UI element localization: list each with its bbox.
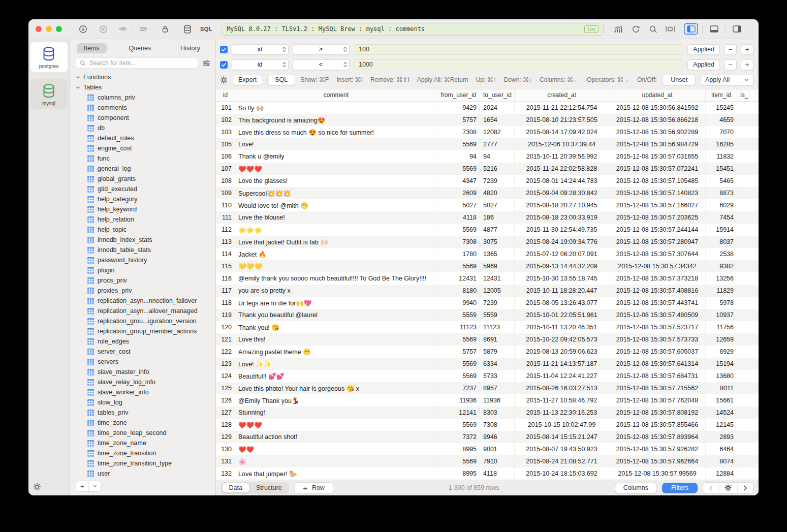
- sidebar-table-item[interactable]: slave_master_info: [76, 367, 210, 377]
- cell-to-user-id[interactable]: 8691: [480, 333, 515, 346]
- cell-to-user-id[interactable]: 11936: [480, 394, 515, 406]
- tab-data[interactable]: Data: [222, 483, 249, 493]
- cell-comment[interactable]: This background is amazing😍: [235, 114, 437, 126]
- previous-page-icon[interactable]: [703, 483, 718, 493]
- cell-from-user-id[interactable]: 9940: [437, 297, 480, 309]
- cell-is[interactable]: [737, 150, 759, 163]
- filters-button[interactable]: Filters: [662, 483, 698, 493]
- sidebar-table-item[interactable]: server_cost: [76, 347, 210, 357]
- cell-to-user-id[interactable]: 7308: [480, 419, 515, 431]
- cell-item-id[interactable]: 15451: [706, 163, 737, 175]
- cell-is[interactable]: [737, 114, 759, 126]
- cell-from-user-id[interactable]: 1780: [437, 248, 480, 260]
- cell-created-at[interactable]: 2015-07-12 06:20:07.091: [515, 248, 609, 260]
- cell-from-user-id[interactable]: 12141: [437, 406, 480, 419]
- tab-queries[interactable]: Queries: [121, 43, 158, 53]
- cell-created-at[interactable]: 2015-08-18 20:27:10.945: [515, 199, 609, 211]
- cell-id[interactable]: 126: [216, 394, 235, 406]
- cell-updated-at[interactable]: 2015-12-08 15:30:56.841592: [609, 102, 706, 114]
- cell-id[interactable]: 114: [216, 248, 235, 260]
- cell-id[interactable]: 116: [216, 272, 235, 285]
- cell-is[interactable]: [737, 346, 759, 358]
- cell-id[interactable]: 130: [216, 443, 235, 455]
- cell-created-at[interactable]: 2015-10-11 13:20:46.351: [515, 321, 609, 333]
- sidebar-table-item[interactable]: default_roles: [76, 133, 210, 143]
- cell-created-at[interactable]: 2015-10-22 09:42:05.573: [515, 333, 609, 346]
- filter-column-select[interactable]: id: [232, 59, 289, 70]
- cell-to-user-id[interactable]: 3075: [480, 236, 515, 248]
- cell-from-user-id[interactable]: 5559: [437, 309, 480, 321]
- cell-item-id[interactable]: 8074: [706, 455, 737, 467]
- filter-column-select[interactable]: id: [232, 44, 289, 55]
- cell-is[interactable]: [737, 333, 759, 346]
- focus-view-icon[interactable]: [662, 23, 679, 35]
- cell-item-id[interactable]: 5465: [706, 175, 737, 187]
- cell-id[interactable]: 108: [216, 175, 235, 187]
- cell-id[interactable]: 132: [216, 467, 235, 480]
- cell-item-id[interactable]: 13256: [706, 272, 737, 285]
- cell-updated-at[interactable]: 2015-12-08 15:30:57.443741: [609, 297, 706, 309]
- add-filter-button[interactable]: +: [741, 59, 753, 70]
- cell-is[interactable]: [737, 431, 759, 443]
- sidebar-table-item[interactable]: time_zone_name: [76, 438, 210, 448]
- remove-filter-button[interactable]: −: [724, 59, 737, 70]
- cell-created-at[interactable]: 2015-10-24 18:15:03.692: [515, 467, 609, 480]
- sidebar-table-item[interactable]: slow_log: [76, 397, 210, 408]
- cell-created-at[interactable]: 2015-11-30 12:54:49.735: [515, 224, 609, 236]
- tab-items[interactable]: Items: [77, 43, 107, 53]
- page-settings-gear-icon[interactable]: [718, 483, 737, 493]
- cell-comment[interactable]: Supercool💥💥💥: [235, 187, 437, 199]
- cell-is[interactable]: [737, 443, 759, 455]
- sidebar-table-item[interactable]: engine_cost: [76, 143, 210, 153]
- cell-updated-at[interactable]: 2015-12-08 15:30:57.523717: [609, 321, 706, 333]
- cell-from-user-id[interactable]: 5569: [437, 260, 480, 272]
- cell-is[interactable]: [737, 224, 759, 236]
- cell-is[interactable]: [737, 285, 759, 297]
- cell-item-id[interactable]: 2893: [706, 431, 737, 443]
- cell-to-user-id[interactable]: 4118: [480, 467, 515, 480]
- cell-updated-at[interactable]: 2015-12-08 15:30:57.808192: [609, 406, 706, 419]
- cell-from-user-id[interactable]: 5569: [437, 333, 480, 346]
- cell-comment[interactable]: Thank you beautiful @laurel: [235, 309, 437, 321]
- cell-from-user-id[interactable]: 5757: [437, 346, 480, 358]
- cell-comment[interactable]: Love this dress so much 😍 so nice for su…: [235, 126, 437, 138]
- sidebar-table-item[interactable]: password_history: [76, 255, 210, 265]
- sql-toolbar-label[interactable]: SQL: [200, 26, 212, 32]
- cell-created-at[interactable]: 2015-11-21 14:13:57.187: [515, 358, 609, 370]
- cell-created-at[interactable]: 2015-10-30 13:55:18.745: [515, 272, 609, 285]
- cell-to-user-id[interactable]: 5216: [480, 163, 515, 175]
- sidebar-table-item[interactable]: procs_priv: [76, 275, 210, 286]
- cell-id[interactable]: 124: [216, 370, 235, 382]
- cell-comment[interactable]: Love the glasses!: [235, 175, 437, 187]
- cell-id[interactable]: 123: [216, 358, 235, 370]
- cell-updated-at[interactable]: 2015-12-08 15:30:56.984729: [609, 138, 706, 150]
- search-input[interactable]: [88, 59, 194, 67]
- cell-to-user-id[interactable]: 5733: [480, 370, 515, 382]
- sidebar-table-item[interactable]: innodb_table_stats: [76, 245, 210, 255]
- connection-postgres[interactable]: postgres: [30, 42, 68, 72]
- cell-id[interactable]: 110: [216, 199, 235, 211]
- cell-comment[interactable]: ❤️❤️❤️: [235, 419, 437, 431]
- toggle-bottom-panel-icon[interactable]: [707, 23, 721, 35]
- cell-from-user-id[interactable]: 5569: [437, 224, 480, 236]
- filter-checkbox[interactable]: [220, 46, 228, 53]
- cell-to-user-id[interactable]: 2024: [480, 102, 515, 114]
- tab-history[interactable]: History: [173, 43, 207, 53]
- cell-comment[interactable]: Thank you! 😘: [235, 321, 437, 333]
- cell-comment[interactable]: Love!: [235, 138, 437, 150]
- cell-updated-at[interactable]: 2015-12-08 15:30:57.140823: [609, 187, 706, 199]
- cell-comment[interactable]: you are so pretty x: [235, 285, 437, 297]
- sidebar-table-item[interactable]: help_keyword: [76, 204, 210, 214]
- cell-is[interactable]: [737, 126, 759, 138]
- cell-comment[interactable]: Love the blouse!: [235, 211, 437, 224]
- cell-comment[interactable]: Love this photo! Your hair is gorgeous 😘…: [235, 382, 437, 394]
- cell-to-user-id[interactable]: 5879: [480, 346, 515, 358]
- cell-is[interactable]: [737, 370, 759, 382]
- cell-comment[interactable]: Love that jacket! Outfit is fab 🙌🏻: [235, 236, 437, 248]
- cell-to-user-id[interactable]: 2777: [480, 138, 515, 150]
- export-button[interactable]: Export: [233, 75, 262, 85]
- cell-id[interactable]: 109: [216, 187, 235, 199]
- cell-comment[interactable]: Love that jumper! 🐎: [235, 467, 437, 480]
- sidebar-table-item[interactable]: general_log: [76, 164, 210, 174]
- cell-from-user-id[interactable]: 94: [437, 150, 480, 163]
